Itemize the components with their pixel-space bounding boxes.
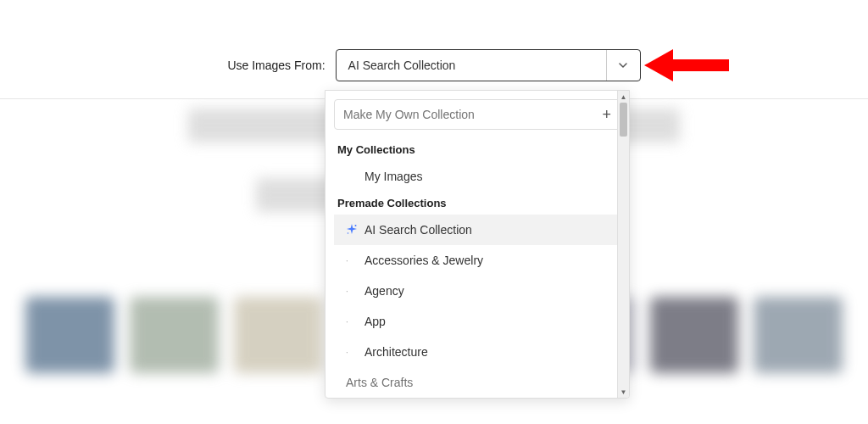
option-label: AI Search Collection [364,223,472,237]
option-my-images[interactable]: My Images [334,161,620,192]
option-accessories-jewelry[interactable]: · Accessories & Jewelry [334,245,620,276]
option-ai-search-collection[interactable]: AI Search Collection [334,215,620,245]
option-label: My Images [364,170,422,183]
plus-icon[interactable]: + [602,107,611,122]
premade-collections-header: Premade Collections [334,192,620,215]
select-display-text: AI Search Collection [337,59,606,72]
scroll-up-arrow[interactable]: ▲ [618,91,629,103]
collection-dropdown-panel: ▲ ▼ + My Collections My Images Premade C… [325,90,630,399]
scroll-thumb[interactable] [620,103,627,137]
my-collections-header: My Collections [334,138,620,161]
make-own-collection-input[interactable] [343,108,602,121]
chevron-down-icon [618,60,628,70]
use-images-label: Use Images From: [227,59,325,72]
collection-select[interactable]: AI Search Collection [336,49,641,81]
option-label: Agency [364,284,404,298]
option-label: App [364,315,386,328]
select-chevron-button[interactable] [606,50,640,81]
header-row: Use Images From: AI Search Collection [0,0,868,99]
svg-point-0 [355,225,357,226]
option-architecture[interactable]: · Architecture [334,337,620,367]
make-own-collection-row[interactable]: + [334,99,620,130]
svg-point-1 [348,232,349,234]
option-label: Architecture [364,345,428,359]
option-app[interactable]: · App [334,306,620,337]
option-arts-crafts-partial[interactable]: Arts & Crafts [334,367,620,398]
sparkle-icon [346,224,358,236]
option-agency[interactable]: · Agency [334,276,620,306]
dropdown-scrollbar[interactable]: ▲ ▼ [617,91,629,398]
red-arrow-annotation [644,44,737,90]
option-label: Accessories & Jewelry [364,254,483,267]
